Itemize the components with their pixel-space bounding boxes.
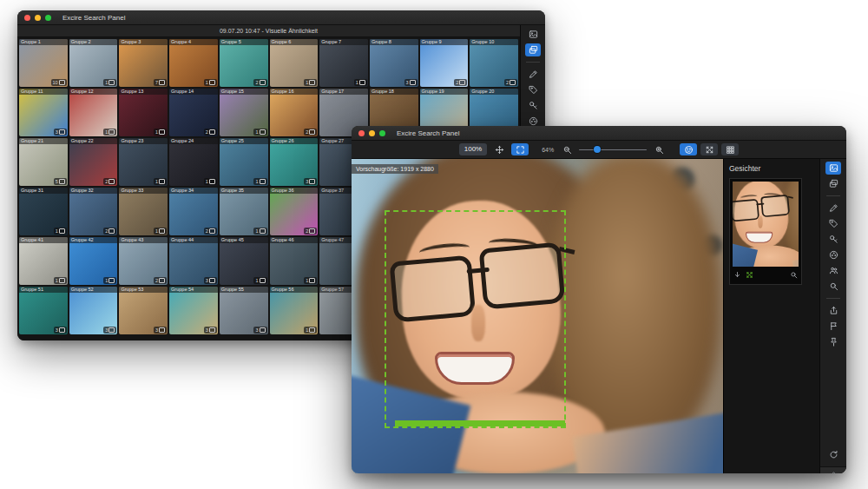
group-count-badge: 2 (253, 79, 266, 86)
people-tool-button[interactable] (825, 264, 841, 277)
face-card[interactable] (729, 178, 802, 285)
group-label: Gruppe 12 (69, 89, 118, 95)
group-thumbnail[interactable]: Gruppe 37 (119, 39, 168, 87)
group-thumbnail[interactable]: Gruppe 451 (220, 237, 268, 285)
collections-tool-button[interactable] (825, 177, 841, 190)
zoom-100-button[interactable]: 100% (459, 143, 487, 155)
pin-tool-button[interactable] (825, 335, 841, 348)
key-tool-button[interactable] (525, 99, 541, 112)
group-thumbnail[interactable]: Gruppe 92 (420, 39, 469, 87)
tag-tool-button[interactable] (825, 217, 841, 230)
group-thumbnail[interactable]: Gruppe 311 (19, 188, 68, 235)
group-thumbnail[interactable]: Gruppe 263 (270, 138, 319, 186)
palette-icon (829, 250, 838, 260)
group-thumbnail[interactable]: Gruppe 411 (19, 237, 68, 285)
zoom-out-button[interactable] (558, 143, 575, 155)
group-thumbnail[interactable]: Gruppe 131 (119, 89, 168, 136)
window-title: Excire Search Panel (397, 129, 459, 137)
group-thumbnail[interactable]: Gruppe 561 (270, 287, 319, 334)
group-label: Gruppe 21 (19, 138, 68, 144)
arrow-down-icon[interactable] (733, 271, 741, 279)
group-thumbnail[interactable]: Gruppe 513 (19, 287, 68, 334)
photo-count-icon (359, 80, 365, 85)
fit-screen-button[interactable] (511, 143, 529, 155)
photo-count-icon (59, 278, 65, 283)
viewer-toolbar: 100% 64% (352, 141, 846, 159)
group-thumbnail[interactable]: Gruppe 83 (370, 39, 418, 87)
refresh-icon[interactable] (829, 450, 838, 459)
group-label: Gruppe 23 (119, 138, 168, 144)
group-thumbnail[interactable]: Gruppe 71 (319, 39, 368, 87)
group-thumbnail[interactable]: Gruppe 351 (220, 188, 268, 235)
tag-tool-button[interactable] (525, 83, 541, 96)
group-thumbnail[interactable]: Gruppe 421 (69, 237, 118, 285)
zoom-in-button[interactable] (650, 143, 667, 155)
edit-tool-button[interactable] (525, 68, 541, 81)
collapse-strip[interactable] (820, 466, 846, 473)
group-thumbnail[interactable]: Gruppe 331 (119, 188, 168, 235)
flag-tool-button[interactable] (825, 320, 841, 333)
face-detection-box[interactable] (385, 210, 566, 428)
face-detection-button[interactable] (680, 143, 697, 155)
minimize-button[interactable] (369, 130, 375, 136)
export-tool-button[interactable] (825, 304, 841, 317)
group-thumbnail[interactable]: Gruppe 432 (119, 237, 168, 285)
group-thumbnail[interactable]: Gruppe 21 (69, 39, 118, 87)
photo-count-icon (159, 228, 165, 234)
group-thumbnail[interactable]: Gruppe 215 (19, 138, 68, 186)
library-tool-button[interactable] (525, 28, 541, 41)
flag-icon (829, 321, 838, 331)
zoom-slider-knob[interactable] (594, 146, 601, 153)
face-frames-button[interactable] (700, 143, 718, 155)
grid-window-titlebar[interactable]: Excire Search Panel (17, 10, 545, 25)
search-tool-button[interactable] (825, 280, 841, 293)
group-thumbnail[interactable]: Gruppe 222 (69, 138, 118, 186)
minimize-button[interactable] (35, 15, 41, 21)
group-thumbnail[interactable]: Gruppe 443 (169, 237, 218, 285)
zoom-slider[interactable] (579, 144, 647, 155)
tag-icon (529, 85, 538, 95)
detail-window-titlebar[interactable]: Excire Search Panel (352, 126, 846, 141)
group-thumbnail[interactable]: Gruppe 102 (470, 39, 518, 87)
maximize-button[interactable] (45, 15, 51, 21)
group-thumbnail[interactable]: Gruppe 231 (119, 138, 168, 186)
group-thumbnail[interactable]: Gruppe 142 (169, 89, 218, 136)
edit-tool-button[interactable] (825, 202, 841, 215)
group-thumbnail[interactable]: Gruppe 61 (270, 39, 319, 87)
group-thumbnail[interactable]: Gruppe 251 (220, 138, 268, 186)
group-thumbnail[interactable]: Gruppe 41 (169, 39, 218, 87)
close-button[interactable] (358, 130, 365, 136)
group-thumbnail[interactable]: Gruppe 110 (19, 39, 68, 87)
group-thumbnail[interactable]: Gruppe 322 (69, 188, 118, 235)
image-viewer[interactable]: Vorschaugröße: 1919 x 2880 (352, 159, 723, 473)
close-button[interactable] (24, 15, 30, 21)
group-thumbnail[interactable]: Gruppe 553 (220, 287, 268, 334)
key-tool-button[interactable] (825, 233, 841, 246)
group-thumbnail[interactable]: Gruppe 151 (220, 89, 268, 136)
group-thumbnail[interactable]: Gruppe 52 (220, 39, 268, 87)
group-label: Gruppe 32 (69, 188, 118, 194)
group-thumbnail[interactable]: Gruppe 113 (19, 89, 68, 136)
assign-face-icon[interactable] (746, 271, 753, 279)
group-thumbnail[interactable]: Gruppe 162 (270, 89, 319, 136)
grid-view-button[interactable] (721, 143, 739, 155)
group-thumbnail[interactable]: Gruppe 121 (69, 89, 118, 136)
photo-count-icon (510, 80, 516, 85)
group-thumbnail[interactable]: Gruppe 241 (169, 138, 218, 186)
group-label: Gruppe 5 (220, 39, 268, 45)
actual-size-button[interactable] (490, 143, 508, 155)
face-search-icon[interactable] (790, 271, 798, 279)
group-thumbnail[interactable]: Gruppe 543 (169, 287, 218, 334)
maximize-button[interactable] (379, 130, 385, 136)
face-thumbnail[interactable] (733, 182, 799, 267)
collections-tool-button[interactable] (525, 43, 541, 56)
group-thumbnail[interactable]: Gruppe 362 (270, 188, 319, 235)
group-count-badge: 1 (253, 129, 266, 135)
group-thumbnail[interactable]: Gruppe 461 (270, 237, 319, 285)
group-thumbnail[interactable]: Gruppe 533 (119, 287, 168, 334)
group-thumbnail[interactable]: Gruppe 523 (69, 287, 118, 334)
library-tool-button[interactable] (825, 162, 841, 175)
group-thumbnail[interactable]: Gruppe 342 (169, 188, 218, 235)
palette-tool-button[interactable] (825, 248, 841, 261)
faces-panel: Gesichter (723, 159, 819, 473)
